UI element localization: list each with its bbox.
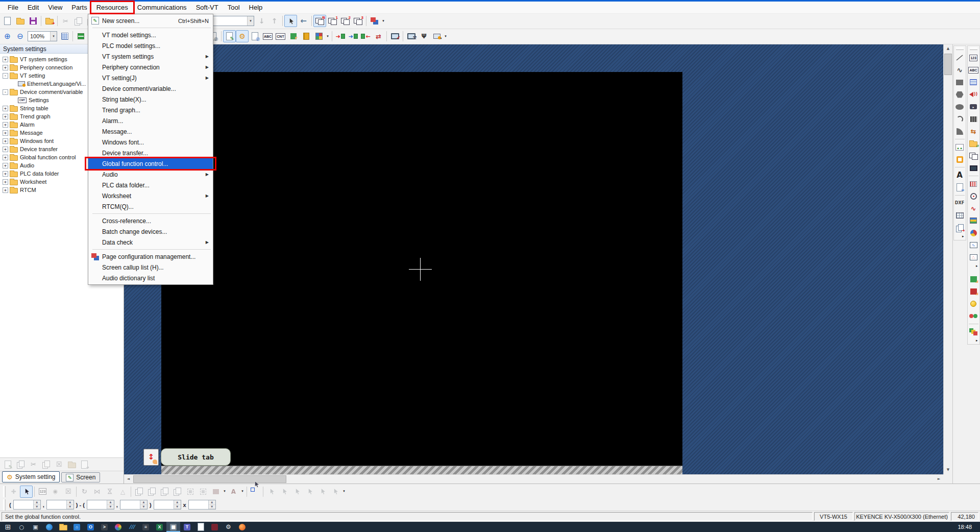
edit-screen-button[interactable]: ✎ — [223, 30, 236, 42]
window-2-button[interactable]: 2 — [339, 15, 352, 27]
send-backward-button[interactable] — [171, 486, 184, 498]
counter-display-button[interactable]: CNT — [274, 30, 287, 42]
search-taskbar-button[interactable]: ○ — [15, 522, 29, 532]
zoom-combo-select[interactable]: 100%▾ — [28, 31, 57, 41]
menu-item-audio[interactable]: Audio▶ — [88, 169, 213, 180]
settings-taskbar-button[interactable]: ⚙ — [222, 522, 235, 532]
image-button[interactable]: ▲▲ — [954, 141, 966, 153]
mirror-v-button[interactable]: ⋈ — [104, 486, 116, 498]
spinner-up-icon[interactable]: ▲ — [34, 500, 40, 505]
spinner-down-icon[interactable]: ▼ — [107, 505, 114, 510]
recipe-button[interactable]: ⇄ — [968, 137, 979, 150]
menu-item-global-function-control[interactable]: Global function control... — [88, 158, 213, 169]
move-up-button[interactable]: ↑ — [268, 15, 281, 27]
select-object-button[interactable] — [284, 15, 297, 27]
menubar-item-view[interactable]: View — [43, 2, 67, 13]
select-line-button[interactable] — [265, 486, 278, 498]
menubar-item-soft-vt[interactable]: Soft-VT — [191, 2, 223, 13]
copy-button[interactable] — [14, 458, 27, 471]
memo-button[interactable]: ≡ — [954, 181, 966, 194]
file-explorer-taskbar-button[interactable] — [56, 522, 70, 532]
select-text-button[interactable] — [329, 486, 341, 498]
menubar-item-communications[interactable]: Communications — [133, 2, 191, 13]
spinner-up-icon[interactable]: ▲ — [174, 500, 181, 505]
tree-expander[interactable]: + — [3, 122, 8, 128]
menu-item-worksheet[interactable]: Worksheet▶ — [88, 190, 213, 201]
window-parts-button[interactable] — [968, 150, 979, 162]
multi-lamp-button[interactable] — [968, 310, 979, 322]
line-button[interactable] — [954, 52, 966, 64]
spinner-up-icon[interactable]: ▲ — [107, 500, 114, 505]
cut-button[interactable]: ✂ — [27, 458, 40, 471]
web-browser-taskbar-button[interactable] — [235, 522, 249, 532]
select-rect-button[interactable] — [278, 486, 290, 498]
device-number-button[interactable]: 123 — [36, 486, 49, 498]
menu-item-vt-model-settings[interactable]: VT model settings... — [88, 30, 213, 40]
spinner-buttons[interactable]: ▲▼ — [174, 500, 181, 509]
teams-taskbar-button[interactable]: T — [180, 522, 194, 532]
select-ellipse-button[interactable] — [303, 486, 316, 498]
line-graph-button[interactable]: ∿ — [968, 239, 979, 251]
screen-combo-select[interactable]: ▾ — [210, 16, 254, 26]
task-view-taskbar-button[interactable]: ▣ — [29, 522, 42, 532]
scroll-down-arrow-icon[interactable]: ▼ — [944, 466, 952, 474]
tree-expander[interactable]: + — [3, 114, 8, 119]
parts-group-button[interactable] — [968, 326, 979, 338]
spinner-buttons[interactable]: ▲▼ — [140, 500, 147, 509]
menubar-item-file[interactable]: File — [3, 2, 23, 13]
tree-expander[interactable]: + — [3, 179, 8, 185]
notepad-taskbar-button[interactable] — [194, 522, 208, 532]
horizontal-scroll-thumb[interactable] — [133, 475, 286, 483]
start-taskbar-button[interactable]: ⊞ — [1, 522, 15, 532]
preview-button[interactable]: ◎ — [249, 30, 261, 42]
switch-off-button[interactable]: ◢ — [968, 285, 979, 298]
zoom-out-button[interactable]: ⊖ — [14, 30, 27, 42]
toolbox-drag-handle[interactable] — [956, 47, 964, 50]
grid-button[interactable] — [58, 30, 71, 42]
library-button[interactable] — [300, 30, 312, 42]
window-1-button[interactable]: 1 — [326, 15, 339, 27]
more-parts-caret[interactable]: ▸ — [976, 339, 978, 343]
browser-taskbar-button[interactable] — [42, 522, 56, 532]
rotate-button[interactable]: ↻ — [78, 486, 91, 498]
vertical-scrollbar[interactable]: ▲ ▼ — [943, 44, 952, 474]
menubar-item-parts[interactable]: Parts — [67, 2, 91, 13]
spinner-buttons[interactable]: ▲▼ — [33, 500, 40, 509]
free-graph-button[interactable]: ∿ — [968, 202, 979, 214]
stacked-graph-button[interactable] — [968, 214, 979, 227]
menu-item-alarm[interactable]: Alarm... — [88, 115, 213, 126]
spinner-down-icon[interactable]: ▼ — [140, 505, 147, 510]
list-display-button[interactable] — [968, 76, 979, 88]
export-screen-button[interactable]: ➜ — [78, 458, 91, 471]
wave-app-taskbar-button[interactable]: /// — [125, 522, 139, 532]
level-meter-button[interactable] — [968, 178, 979, 190]
outlook-taskbar-button[interactable]: O — [84, 522, 97, 532]
vertical-scroll-thumb[interactable] — [944, 54, 952, 75]
toolbar-drag-handle[interactable] — [3, 499, 6, 511]
menu-item-vt-setting-j[interactable]: VT setting(J)▶ — [88, 72, 213, 83]
copy-button[interactable] — [72, 15, 85, 27]
zoom-in-button[interactable]: ⊕ — [1, 30, 14, 42]
window-3-button[interactable]: 3 — [352, 15, 364, 27]
switch-on-button[interactable]: ◢ — [968, 273, 979, 285]
move-down-button[interactable]: ↓ — [255, 15, 268, 27]
table-button[interactable] — [954, 209, 966, 222]
more-options-caret[interactable]: ▾ — [240, 490, 245, 493]
toolbox-drag-handle[interactable] — [970, 47, 977, 50]
more-options-caret[interactable]: ▾ — [381, 19, 386, 23]
tree-expander[interactable]: + — [3, 57, 8, 62]
coordinate-spinner-4[interactable]: ▲▼ — [120, 500, 148, 510]
tree-expander[interactable]: - — [3, 73, 8, 79]
previous-screen-button[interactable]: ← — [297, 15, 310, 27]
more-options-caret[interactable]: ▾ — [222, 490, 227, 493]
scatter-graph-button[interactable]: ∴ — [968, 251, 979, 263]
usb-connect-button[interactable]: Ψ — [418, 30, 430, 42]
menu-item-page-configuration-management[interactable]: Page configuration management... — [88, 251, 213, 262]
horizontal-scrollbar[interactable]: ◄ ► — [124, 474, 943, 483]
bring-front-button[interactable] — [133, 486, 145, 498]
transfer-usb-button[interactable]: ➜ — [347, 30, 359, 42]
cut-button[interactable]: ✂ — [59, 15, 72, 27]
touch-switch-button[interactable]: ◤ — [287, 30, 300, 42]
tree-expander[interactable]: + — [3, 171, 8, 177]
new-file-button[interactable] — [1, 15, 14, 27]
